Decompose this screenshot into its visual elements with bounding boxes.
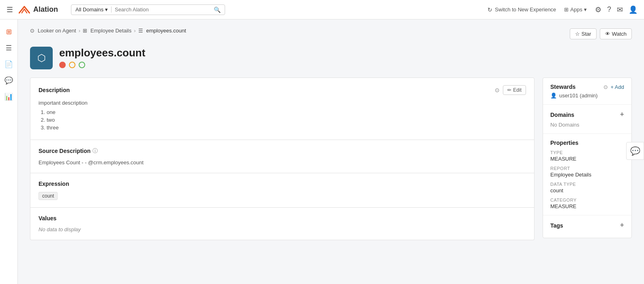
stewards-section: Stewards ⊙ + Add 👤 user101 (admin) xyxy=(543,78,631,105)
nav-icons: ⚙ ? ✉ 👤 xyxy=(595,5,638,14)
apps-label: Apps xyxy=(570,6,582,13)
user-icon: 👤 xyxy=(550,93,557,99)
sidebar-item-analytics[interactable]: 📊 xyxy=(2,89,16,104)
sidebar-item-home[interactable]: ⊞ xyxy=(2,24,16,39)
description-title: Description xyxy=(39,87,70,93)
values-title: Values xyxy=(39,215,56,222)
data-type-label: Data Type xyxy=(550,182,624,187)
search-domain[interactable]: All Domains ▾ xyxy=(75,6,112,13)
eye-icon: 👁 xyxy=(605,31,610,37)
report-value: Employee Details xyxy=(550,172,624,178)
sidebar-item-docs[interactable]: 📄 xyxy=(2,57,16,71)
steward-name: user101 (admin) xyxy=(559,93,598,99)
breadcrumb-source[interactable]: Looker on Agent xyxy=(38,28,76,34)
page-title: employees.count xyxy=(59,47,145,59)
main-content: ⊙ Looker on Agent › ⊞ Employee Details ›… xyxy=(18,19,644,284)
notifications-icon[interactable]: ✉ xyxy=(617,5,623,14)
data-type-value: count xyxy=(550,187,624,194)
navbar-left: ☰ Alation All Domains ▾ 🔍 xyxy=(6,4,225,15)
description-history-icon[interactable]: ⊙ xyxy=(495,87,500,93)
stewards-header: Stewards ⊙ + Add xyxy=(550,84,624,90)
sync-icon: ↻ xyxy=(487,6,492,13)
left-sidebar: ⊞ ☰ 📄 💬 📊 xyxy=(0,19,18,284)
properties-header: Properties xyxy=(550,140,624,146)
report-icon: ⊞ xyxy=(83,28,87,34)
sidebar-item-conversations[interactable]: 💬 xyxy=(2,73,16,88)
type-value: MEASURE xyxy=(550,156,624,162)
catalog-icon: ☰ xyxy=(6,44,12,52)
pencil-icon: ✏ xyxy=(507,87,511,93)
breadcrumb-current: employees.count xyxy=(146,28,186,34)
metric-icon: ⬡ xyxy=(37,52,46,64)
trust-dot-green[interactable] xyxy=(79,62,85,68)
category-label: Category xyxy=(550,198,624,202)
logo-text: Alation xyxy=(33,5,58,14)
domains-add-button[interactable]: + xyxy=(620,110,624,119)
trust-indicators xyxy=(59,62,145,68)
search-bar: All Domains ▾ 🔍 xyxy=(71,4,225,15)
user-avatar[interactable]: 👤 xyxy=(629,5,638,14)
category-value: MEASURE xyxy=(550,203,624,209)
breadcrumb: ⊙ Looker on Agent › ⊞ Employee Details ›… xyxy=(30,28,186,34)
page-icon: ⬡ xyxy=(30,47,53,69)
logo: Alation xyxy=(18,5,58,14)
star-button[interactable]: ☆ Star xyxy=(570,28,597,39)
watch-button[interactable]: 👁 Watch xyxy=(600,28,632,39)
help-icon[interactable]: ? xyxy=(607,5,611,14)
source-description-text: Employees Count - - @crm.employees.count xyxy=(39,159,526,166)
expression-header: Expression xyxy=(39,181,526,187)
apps-chevron-icon: ▾ xyxy=(584,6,587,13)
search-icon: 🔍 xyxy=(214,6,221,13)
logo-icon xyxy=(18,5,31,14)
type-label: Type xyxy=(550,150,624,155)
description-edit-button[interactable]: ✏ Edit xyxy=(503,85,526,95)
description-text: important description xyxy=(39,100,526,106)
report-label: REPORT xyxy=(550,166,624,171)
stewards-add-button[interactable]: + Add xyxy=(610,84,624,90)
chat-bubble-button[interactable]: 💬 xyxy=(626,142,644,160)
expression-title: Expression xyxy=(39,181,69,187)
page-header: ⬡ employees.count xyxy=(30,47,632,69)
breadcrumb-report[interactable]: Employee Details xyxy=(90,28,131,34)
switch-experience-label: Switch to New Experience xyxy=(495,6,556,13)
values-no-data: No data to display xyxy=(39,226,526,232)
values-header: Values xyxy=(39,215,526,222)
docs-icon: 📄 xyxy=(4,60,13,69)
sidebar-item-catalog[interactable]: ☰ xyxy=(2,41,16,55)
grid-icon: ⊞ xyxy=(6,28,12,36)
page-actions: ☆ Star 👁 Watch xyxy=(570,28,632,39)
switch-experience-button[interactable]: ↻ Switch to New Experience xyxy=(487,6,556,13)
description-section: Description ⊙ ✏ Edit important descripti… xyxy=(30,77,535,140)
settings-icon[interactable]: ⚙ xyxy=(595,5,601,14)
list-item: two xyxy=(47,117,526,123)
grid-icon: ⊞ xyxy=(564,6,569,13)
tags-add-button[interactable]: + xyxy=(620,221,624,230)
main-column: Description ⊙ ✏ Edit important descripti… xyxy=(30,77,535,240)
properties-title: Properties xyxy=(550,140,578,146)
source-icon: ⊙ xyxy=(30,28,34,34)
domains-section: Domains + No Domains xyxy=(543,105,631,134)
hamburger-menu[interactable]: ☰ xyxy=(6,5,13,14)
no-domains-text: No Domains xyxy=(550,122,580,128)
tags-title: Tags xyxy=(550,222,563,229)
right-panel: Stewards ⊙ + Add 👤 user101 (admin) Do xyxy=(543,77,632,240)
tags-header: Tags + xyxy=(550,221,624,230)
stewards-history-icon[interactable]: ⊙ xyxy=(603,84,608,90)
search-input[interactable] xyxy=(115,6,214,13)
current-icon: ☰ xyxy=(138,28,143,34)
description-header: Description ⊙ ✏ Edit xyxy=(39,85,526,95)
trust-dot-red[interactable] xyxy=(59,62,66,68)
domains-title: Domains xyxy=(550,112,574,118)
chat-icon: 💬 xyxy=(4,76,13,85)
apps-button[interactable]: ⊞ Apps ▾ xyxy=(564,6,587,13)
list-item: three xyxy=(47,125,526,131)
two-column-layout: Description ⊙ ✏ Edit important descripti… xyxy=(30,77,632,240)
description-list: one two three xyxy=(39,109,526,131)
info-icon: ⓘ xyxy=(92,147,98,155)
navbar: ☰ Alation All Domains ▾ 🔍 ↻ Switch to Ne… xyxy=(0,0,644,19)
trust-dot-yellow[interactable] xyxy=(69,62,75,68)
source-description-header: Source Description ⓘ xyxy=(39,147,526,155)
list-item: one xyxy=(47,109,526,115)
values-section: Values No data to display xyxy=(30,208,535,240)
right-panel-card: Stewards ⊙ + Add 👤 user101 (admin) Do xyxy=(543,77,632,238)
